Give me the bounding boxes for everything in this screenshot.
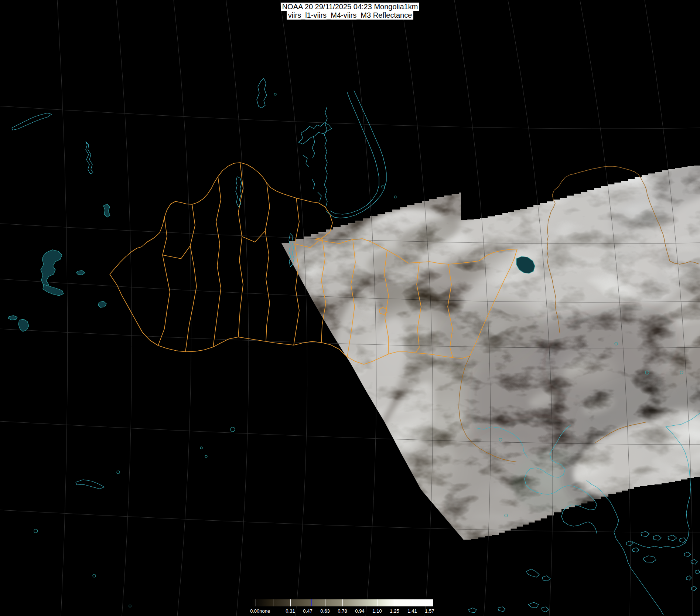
small-lake [382,185,385,188]
colorbar-tick [342,599,343,606]
coastline [318,192,321,201]
coastline [632,548,639,552]
colorbar-label: 0.31 [286,608,295,614]
coastline [312,136,315,158]
coastline [632,541,685,548]
colorbar-tick [395,599,395,606]
coastline [668,535,677,541]
small-lake [129,605,131,607]
small-lake [205,455,207,457]
coastline [542,607,549,612]
coastline [12,113,52,130]
coastline [298,123,332,144]
coastline [498,607,505,612]
coastline [691,559,697,564]
coastline [526,569,539,577]
colorbar-tick [308,599,308,606]
product-title-line1: NOAA 20 29/11/2025 04:23 Mongolia1km [281,3,420,11]
coastline [326,91,386,218]
graticule-meridian [226,0,249,616]
graticule-meridian [174,0,191,616]
coastline [686,576,692,580]
coastline [303,155,309,167]
small-lake [34,529,38,533]
colorbar-tick [360,599,360,606]
graticule-meridian [57,0,68,616]
border-orange [158,217,170,346]
border-orange [265,183,270,341]
colorbar-label: 0.94 [355,608,364,614]
graticule-meridian [116,0,132,616]
lake-outline [76,270,85,275]
coastline [542,576,550,581]
border-orange [163,246,190,259]
coastline [236,177,242,207]
coastline [468,608,477,613]
lake-outline [98,301,106,307]
graticule-meridian [116,0,132,616]
lake-outline [8,316,17,320]
coastline [653,535,661,540]
coastline [257,78,267,108]
colorbar-label: 1.57 [425,608,434,614]
border-orange [213,177,221,347]
colorbar-label: 1.41 [407,608,417,614]
small-lake [117,471,120,474]
colorbar-tick [377,599,378,606]
coastline [528,602,539,608]
cloud-noise-texture [273,159,700,547]
colorbar-tick [256,599,256,606]
coastline [324,107,327,207]
colorbar-label: 0.78 [338,608,347,614]
colorbar-label: 1.10 [372,608,382,614]
coastline [587,480,663,615]
colorbar-tick [412,599,413,606]
lake-outline [103,204,110,217]
coastline [86,142,93,174]
product-title-line2: viirs_l1-viirs_M4-viirs_M3 Reflectance [287,11,414,20]
small-lake [274,93,276,95]
graticule-parallel [0,106,700,129]
reflectance-colorbar: 0.00none0.310.470.630.780.941.101.251.41… [252,599,433,606]
colorbar-tick [273,599,273,606]
coastline [76,480,104,489]
colorbar-tick [290,599,291,606]
coastline [643,556,656,562]
colorbar-label: 0.63 [320,608,329,614]
graticule-parallel [0,510,700,532]
border-orange [238,163,243,337]
lake-outline [18,319,29,331]
coastline [312,179,315,189]
small-lake [394,196,396,198]
satellite-swath-layer [273,98,700,578]
coastline [695,570,700,574]
satellite-viewer-root: NOAA 20 29/11/2025 04:23 Mongolia1km vii… [0,0,700,616]
small-lake [231,427,235,432]
satellite-map-canvas[interactable] [0,0,700,616]
graticule-parallel [0,106,700,129]
colorbar-tick [325,599,325,606]
coastline [680,538,686,542]
colorbar-label: 0.47 [303,608,312,614]
small-lake [200,447,202,449]
colorbar-tick [430,599,430,606]
graticule-meridian [57,0,68,616]
graticule-parallel [0,510,700,532]
colorbar-label: 1.25 [390,608,399,614]
graticule-meridian [226,0,249,616]
coastline [684,552,691,557]
coastline [330,92,379,214]
graticule-meridian [174,0,191,616]
colorbar-label: 0.00none [250,608,270,614]
lake-outline [43,285,64,296]
product-title: NOAA 20 29/11/2025 04:23 Mongolia1km vii… [0,3,700,20]
colorbar-value-marker [311,599,312,606]
small-lake [93,574,96,577]
coastline [692,586,697,591]
